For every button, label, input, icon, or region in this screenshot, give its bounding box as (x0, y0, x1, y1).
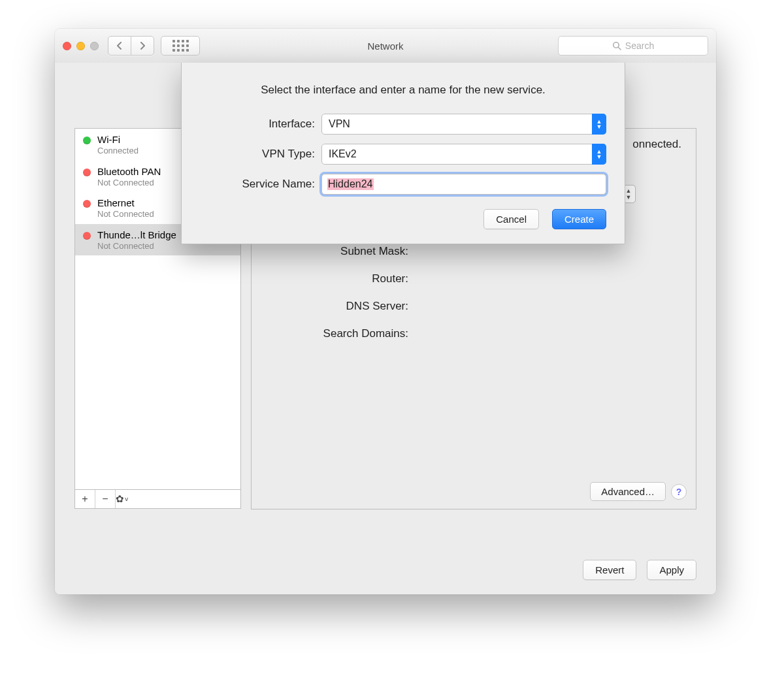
revert-button[interactable]: Revert (583, 560, 636, 580)
services-toolbar: + − ✿ⅴ (75, 489, 240, 508)
forward-button[interactable] (131, 37, 154, 55)
cancel-button[interactable]: Cancel (483, 209, 539, 229)
service-status: Not Connected (97, 209, 154, 219)
svg-line-1 (618, 47, 621, 50)
advanced-button[interactable]: Advanced… (590, 482, 666, 501)
service-status: Connected (97, 146, 139, 156)
interface-select[interactable]: VPN ▲▼ (321, 114, 606, 135)
service-status: Not Connected (97, 241, 176, 251)
new-service-sheet: Select the interface and enter a name fo… (181, 63, 625, 244)
status-dot-icon (83, 232, 91, 240)
stepper-icon: ▲▼ (592, 114, 606, 135)
service-name-label: Service Name: (200, 178, 321, 191)
footer-buttons: Revert Apply (583, 560, 696, 580)
show-all-button[interactable] (161, 36, 200, 56)
vpn-type-value: IKEv2 (329, 148, 357, 160)
service-name: Thunde…lt Bridge (97, 229, 176, 241)
service-name: Ethernet (97, 197, 154, 209)
vpn-type-label: VPN Type: (200, 148, 321, 161)
grid-icon (172, 40, 189, 52)
back-button[interactable] (108, 37, 131, 55)
minimize-window-icon[interactable] (76, 42, 85, 50)
service-name: Bluetooth PAN (97, 166, 161, 178)
interface-label: Interface: (200, 118, 321, 131)
create-button[interactable]: Create (552, 209, 606, 229)
service-actions-menu[interactable]: ✿ⅴ (116, 490, 240, 508)
titlebar: Network Search (55, 29, 716, 63)
vpn-type-select[interactable]: IKEv2 ▲▼ (321, 144, 606, 165)
stepper-icon: ▲▼ (592, 144, 606, 165)
chevron-down-icon: ⅴ (125, 496, 128, 502)
close-window-icon[interactable] (63, 42, 71, 50)
status-dot-icon (83, 200, 91, 208)
search-domains-label: Search Domains: (252, 327, 412, 340)
service-name: Wi-Fi (97, 134, 139, 146)
status-text-fragment: onnected. (632, 138, 681, 151)
window-controls (63, 42, 99, 50)
service-name-input[interactable]: Hidden24 (321, 174, 606, 195)
remove-service-button[interactable]: − (95, 490, 116, 508)
interface-value: VPN (329, 118, 350, 130)
nav-back-forward (108, 36, 154, 56)
subnet-mask-label: Subnet Mask: (252, 245, 412, 258)
add-service-button[interactable]: + (75, 490, 95, 508)
search-icon (612, 41, 621, 50)
status-dot-icon (83, 137, 91, 144)
router-label: Router: (252, 272, 412, 285)
zoom-window-icon[interactable] (90, 42, 99, 50)
apply-button[interactable]: Apply (647, 560, 696, 580)
search-placeholder: Search (625, 40, 654, 51)
service-status: Not Connected (97, 178, 161, 188)
search-input[interactable]: Search (558, 36, 708, 56)
status-dot-icon (83, 169, 91, 176)
gear-icon: ✿ (116, 493, 124, 505)
preferences-window: Network Search Wi-Fi Connected (55, 29, 716, 594)
dns-server-label: DNS Server: (252, 300, 412, 313)
service-name-value: Hidden24 (327, 178, 374, 190)
sheet-prompt: Select the interface and enter a name fo… (200, 84, 606, 97)
help-button[interactable]: ? (671, 484, 687, 500)
